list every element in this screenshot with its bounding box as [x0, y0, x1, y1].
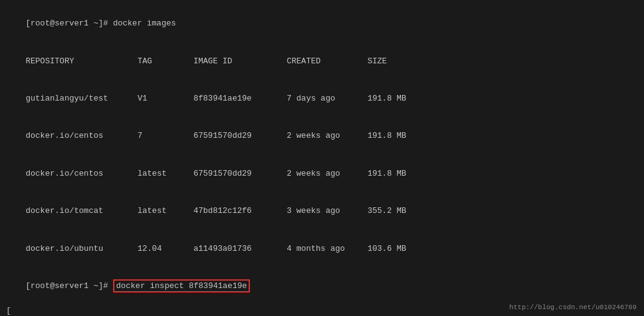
repo-3: docker.io/tomcat — [25, 205, 137, 217]
repo-0: gutianlangyu/test — [25, 93, 137, 105]
terminal: [root@server1 ~]# docker images REPOSITO… — [0, 0, 644, 316]
size-3: 355.2 MB — [367, 205, 406, 217]
table-row: docker.io/tomcatlatest47bd812c12f63 week… — [6, 192, 638, 230]
created-2: 2 weeks ago — [287, 168, 367, 180]
created-1: 2 weeks ago — [287, 130, 367, 142]
highlighted-command: docker inspect 8f83941ae19e — [113, 279, 251, 292]
header-created: CREATED — [287, 55, 367, 68]
tag-1: 7 — [137, 130, 193, 142]
table-row: docker.io/ubuntu12.04a11493a017364 month… — [6, 230, 638, 268]
table-row: docker.io/centoslatest67591570dd292 week… — [6, 155, 638, 192]
created-0: 7 days ago — [287, 93, 367, 105]
docker-inspect-line: [root@server1 ~]# docker inspect 8f83941… — [6, 268, 638, 305]
header-tag: TAG — [137, 55, 193, 68]
docker-images-cmd: [root@server1 ~]# docker images — [6, 5, 638, 42]
header-repo: REPOSITORY — [25, 55, 137, 68]
size-4: 103.6 MB — [367, 243, 406, 255]
id-1: 67591570dd29 — [193, 130, 287, 142]
tag-3: latest — [137, 205, 193, 217]
prompt-before-cmd: [root@server1 ~]# — [25, 281, 113, 291]
repo-1: docker.io/centos — [25, 130, 137, 142]
id-2: 67591570dd29 — [193, 168, 287, 180]
repo-2: docker.io/centos — [25, 168, 137, 180]
size-2: 191.8 MB — [367, 168, 406, 180]
tag-2: latest — [137, 168, 193, 180]
prompt-line1: [root@server1 ~]# docker images — [25, 19, 176, 28]
table-row: docker.io/centos767591570dd292 weeks ago… — [6, 117, 638, 155]
created-3: 3 weeks ago — [287, 205, 367, 217]
size-1: 191.8 MB — [367, 130, 406, 142]
size-0: 191.8 MB — [367, 93, 406, 105]
header-size: SIZE — [367, 55, 387, 68]
tag-4: 12.04 — [137, 243, 193, 255]
id-4: a11493a01736 — [193, 243, 287, 255]
id-0: 8f83941ae19e — [193, 93, 287, 105]
id-3: 47bd812c12f6 — [193, 205, 287, 217]
table-row: gutianlangyu/testV18f83941ae19e7 days ag… — [6, 80, 638, 117]
repo-4: docker.io/ubuntu — [25, 243, 137, 255]
created-4: 4 months ago — [287, 243, 367, 255]
images-header: REPOSITORYTAGIMAGE IDCREATEDSIZE — [6, 42, 638, 79]
watermark: http://blog.csdn.net/u010246789 — [509, 304, 637, 311]
header-id: IMAGE ID — [193, 55, 287, 68]
tag-0: V1 — [137, 93, 193, 105]
